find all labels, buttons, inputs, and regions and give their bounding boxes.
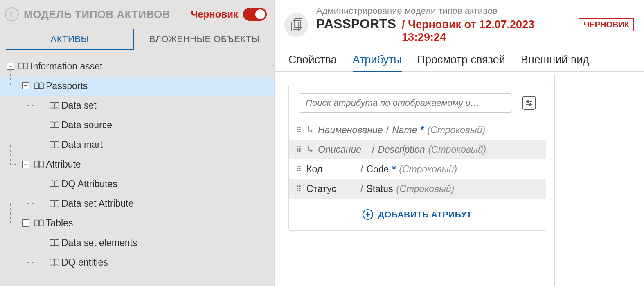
tree-node-label: DQ Attributes xyxy=(61,179,117,190)
attribute-en-name: Description xyxy=(378,144,425,155)
page-title: PASSPORTS xyxy=(316,16,396,31)
attribute-type: (Строковый) xyxy=(399,164,457,175)
drag-handle-icon[interactable]: ⠿ xyxy=(296,165,302,174)
filter-button[interactable] xyxy=(522,96,536,110)
draft-toggle[interactable] xyxy=(243,8,267,21)
documents-icon xyxy=(284,13,308,37)
tree-node-data-mart[interactable]: Data mart xyxy=(0,135,274,154)
right-tabs: Свойства Атрибуты Просмотр связей Внешни… xyxy=(275,47,644,72)
attribute-list: ⠿↳Наименование/ Name * (Строковый)⠿↳Опис… xyxy=(289,120,546,199)
attribute-row[interactable]: ⠿↳Наименование/ Name * (Строковый) xyxy=(289,120,546,140)
book-icon xyxy=(49,258,60,266)
add-attribute-button[interactable]: + ДОБАВИТЬ АТРИБУТ xyxy=(289,209,546,220)
right-divider xyxy=(554,74,555,286)
tree-node-label: Data set xyxy=(61,100,97,111)
book-icon xyxy=(49,239,60,247)
tree-node-label: DQ entities xyxy=(61,257,108,268)
tree-node-label: Data source xyxy=(61,120,112,131)
status-badge: ЧЕРНОВИК xyxy=(579,18,634,31)
tab-links[interactable]: Просмотр связей xyxy=(417,54,505,72)
attribute-ru-name: Статус xyxy=(306,183,357,194)
slash-separator: / xyxy=(360,183,363,194)
book-icon xyxy=(18,62,29,70)
attribute-row[interactable]: ⠿Код/ Code * (Строковый) xyxy=(289,159,546,179)
tab-properties[interactable]: Свойства xyxy=(288,54,337,72)
asset-tree: − Information asset − Passports Data set xyxy=(0,56,274,286)
book-icon xyxy=(49,180,60,188)
required-star-icon: * xyxy=(420,125,424,136)
slash-separator: / xyxy=(372,144,374,155)
attribute-en-name: Name xyxy=(392,125,417,136)
right-panel: Администрирование модели типов активов P… xyxy=(274,0,644,286)
attribute-search-row xyxy=(289,93,546,120)
required-star-icon: * xyxy=(392,164,396,175)
tree-node-label: Tables xyxy=(46,218,73,229)
attribute-ru-name: Наименование xyxy=(318,125,383,136)
add-attribute-label: ДОБАВИТЬ АТРИБУТ xyxy=(378,210,472,219)
book-icon xyxy=(34,219,44,227)
attribute-en-name: Status xyxy=(366,183,393,194)
draft-timestamp: / Черновик от 12.07.2023 13:29:24 xyxy=(402,18,567,44)
tree-node-attribute[interactable]: − Attribute xyxy=(0,154,274,174)
tree-node-label: Data set Attribute xyxy=(61,198,133,209)
draft-mode-label: Черновик xyxy=(191,9,238,20)
left-panel: МОДЕЛЬ ТИПОВ АКТИВОВ Черновик АКТИВЫ ВЛО… xyxy=(0,0,274,286)
tab-attributes[interactable]: Атрибуты xyxy=(353,54,402,72)
book-icon xyxy=(34,82,44,90)
attribute-ru-name: Описание xyxy=(318,144,369,155)
tree-node-label: Data set elements xyxy=(61,237,137,248)
right-header: Администрирование модели типов активов P… xyxy=(275,0,644,47)
page-subtitle: Администрирование модели типов активов xyxy=(316,6,567,16)
slash-separator: / xyxy=(360,164,363,175)
tree-node-label: Information asset xyxy=(30,61,102,72)
tree-node-tables[interactable]: − Tables xyxy=(0,213,274,233)
attribute-row[interactable]: ⠿↳Описание/ Description (Строковый) xyxy=(289,140,546,159)
tree-node-label: Passports xyxy=(46,80,88,92)
plus-icon: + xyxy=(363,209,373,220)
inherited-icon: ↳ xyxy=(306,144,314,155)
tree-node-data-source[interactable]: Data source xyxy=(0,115,274,135)
left-panel-title: МОДЕЛЬ ТИПОВ АКТИВОВ xyxy=(24,8,191,21)
attribute-row[interactable]: ⠿Статус/ Status (Строковый) xyxy=(289,179,546,199)
attribute-en-name: Code xyxy=(366,164,389,175)
tree-node-information-asset[interactable]: − Information asset xyxy=(0,56,274,76)
left-tabs: АКТИВЫ ВЛОЖЕННЫЕ ОБЪЕКТЫ xyxy=(0,29,274,56)
tab-appearance[interactable]: Внешний вид xyxy=(521,54,589,72)
book-icon xyxy=(34,160,44,168)
book-icon xyxy=(49,101,60,109)
book-icon xyxy=(49,141,60,149)
toggle-knob xyxy=(255,9,265,19)
attribute-ru-name: Код xyxy=(306,164,357,175)
drag-handle-icon[interactable]: ⠿ xyxy=(296,145,302,154)
inherited-icon: ↳ xyxy=(306,125,314,135)
tree-node-data-set[interactable]: Data set xyxy=(0,96,274,115)
book-icon xyxy=(49,121,60,129)
tree-node-label: Data mart xyxy=(61,139,103,150)
tree-node-label: Attribute xyxy=(46,159,81,170)
drag-handle-icon[interactable]: ⠿ xyxy=(296,125,302,134)
attribute-type: (Строковый) xyxy=(428,144,486,155)
right-header-text: Администрирование модели типов активов P… xyxy=(316,6,567,44)
back-arrow-button[interactable] xyxy=(5,7,19,21)
tree-node-passports[interactable]: − Passports xyxy=(0,76,274,96)
tree-node-dq-entities[interactable]: DQ entities xyxy=(0,252,274,272)
tab-assets[interactable]: АКТИВЫ xyxy=(6,29,134,50)
tree-node-data-set-attribute[interactable]: Data set Attribute xyxy=(0,194,274,213)
attribute-search-input[interactable] xyxy=(299,93,512,113)
drag-handle-icon[interactable]: ⠿ xyxy=(296,184,302,193)
attributes-panel: ⠿↳Наименование/ Name * (Строковый)⠿↳Опис… xyxy=(288,85,546,231)
left-header: МОДЕЛЬ ТИПОВ АКТИВОВ Черновик xyxy=(0,0,274,29)
attribute-type: (Строковый) xyxy=(396,183,455,194)
tab-nested-objects[interactable]: ВЛОЖЕННЫЕ ОБЪЕКТЫ xyxy=(140,29,268,50)
tree-node-data-set-elements[interactable]: Data set elements xyxy=(0,233,274,252)
slash-separator: / xyxy=(386,125,389,136)
tree-node-dq-attributes[interactable]: DQ Attributes xyxy=(0,174,274,194)
attribute-type: (Строковый) xyxy=(427,125,485,136)
book-icon xyxy=(49,199,60,208)
